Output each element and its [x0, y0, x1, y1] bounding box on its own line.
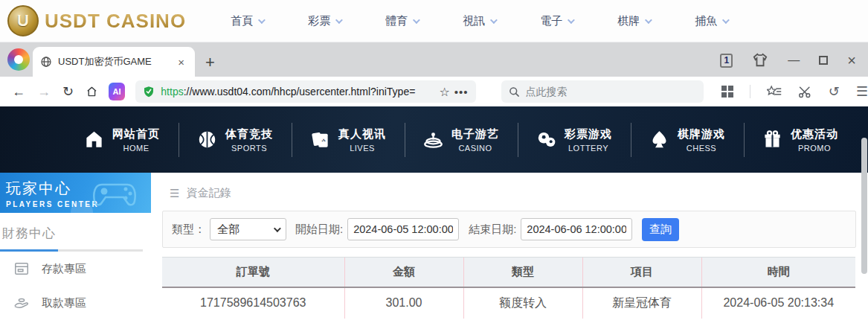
browser-logo-icon[interactable]: [7, 48, 30, 71]
top-nav-label: 捕魚: [695, 14, 717, 28]
top-nav-chess[interactable]: 棋牌: [617, 14, 650, 28]
svg-text:♣: ♣: [321, 136, 327, 144]
screenshot-scissors-icon[interactable]: [798, 86, 812, 98]
cnav-promo[interactable]: 优惠活动PROMO: [744, 127, 857, 153]
cnav-en-label: LOTTERY: [565, 144, 612, 153]
players-center-sidebar: 玩家中心 PLAYERS CENTER 財務中心 存款專區 取款專區 充值記錄: [0, 173, 151, 326]
browser-tab-bar: USDT加密货币GAME × + 1 — ×: [0, 42, 868, 77]
menu-hamburger-icon[interactable]: ☰: [856, 85, 868, 98]
top-nav-label: 體育: [385, 14, 408, 28]
start-date-input[interactable]: [347, 218, 459, 240]
search-icon: [509, 86, 520, 98]
chevron-down-icon: [722, 16, 730, 24]
query-button[interactable]: 查詢: [642, 218, 679, 241]
page-content: 玩家中心 PLAYERS CENTER 財務中心 存款專區 取款專區 充值記錄 …: [0, 173, 868, 326]
header-time: 時間: [701, 258, 855, 287]
sidebar-item-withdraw[interactable]: 取款專區: [0, 286, 151, 320]
minimize-button[interactable]: —: [788, 54, 800, 66]
table-header-row: 訂單號 金額 類型 項目 時間: [162, 258, 855, 287]
url-more-icon[interactable]: •••: [454, 86, 469, 98]
reload-icon[interactable]: ↻: [62, 85, 74, 98]
top-nav-egames[interactable]: 電子: [540, 14, 573, 28]
cnav-sports[interactable]: 体育竞技SPORTS: [179, 127, 292, 153]
chevron-down-icon: [274, 225, 281, 232]
cnav-zh-label: 真人视讯: [338, 127, 386, 141]
undo-icon[interactable]: ↺: [829, 85, 840, 98]
cell-time: 2024-06-05 20:13:34: [701, 287, 855, 319]
tab-count-badge[interactable]: 1: [720, 54, 733, 68]
cnav-zh-label: 体育竞技: [225, 127, 273, 141]
tab-close-icon[interactable]: ×: [175, 56, 187, 68]
coin-logo-icon: U: [7, 5, 39, 36]
cnav-lives[interactable]: ♣ 真人视讯LIVES: [292, 127, 405, 153]
back-icon[interactable]: ←: [12, 85, 25, 98]
ai-assistant-icon[interactable]: AI: [109, 83, 125, 100]
top-nav-home[interactable]: 首頁: [231, 14, 263, 28]
cnav-zh-label: 网站首页: [112, 127, 160, 141]
url-field[interactable]: https://www.usdt04.com/hhcp/usercenter.h…: [135, 80, 475, 103]
home-icon[interactable]: [86, 85, 98, 98]
finance-center-heading: 財務中心: [0, 213, 151, 249]
type-select[interactable]: 全部: [210, 218, 286, 240]
basketball-icon: [197, 130, 217, 150]
gamepad-icon: [91, 179, 141, 208]
house-icon: [84, 130, 104, 150]
url-rest: ://www.usdt04.com/hhcp/usercenter.html?i…: [184, 86, 416, 98]
sidebar-item-deposit[interactable]: 存款專區: [0, 252, 151, 286]
chevron-down-icon: [258, 16, 266, 24]
toolbar-divider: [750, 85, 750, 98]
cnav-zh-label: 电子游艺: [451, 127, 499, 141]
site-logo[interactable]: U USDT CASINO: [7, 5, 186, 36]
top-nav-label: 棋牌: [617, 14, 640, 28]
bookmark-star-icon[interactable]: ☆: [434, 85, 454, 99]
type-select-value: 全部: [217, 223, 239, 237]
top-nav-fishing[interactable]: 捕魚: [695, 14, 727, 28]
start-date-label: 開始日期:: [295, 223, 343, 237]
spade-icon: [649, 130, 669, 150]
cnav-home[interactable]: 网站首页HOME: [65, 127, 179, 153]
chevron-down-icon: [490, 16, 498, 24]
apps-grid-icon[interactable]: [721, 86, 733, 98]
favorites-list-icon[interactable]: [767, 85, 782, 98]
brand-name: USDT CASINO: [45, 10, 186, 33]
lottery-balls-icon: [536, 130, 556, 150]
forward-icon[interactable]: →: [37, 85, 51, 98]
url-scheme: https: [161, 86, 183, 98]
maximize-button[interactable]: [819, 56, 828, 65]
page-title: 資金記錄: [186, 186, 231, 200]
header-item: 項目: [582, 258, 701, 287]
deposit-machine-icon: [13, 261, 30, 277]
tab-title: USDT加密货币GAME: [58, 55, 175, 68]
window-close-button[interactable]: ×: [847, 53, 856, 68]
new-tab-button[interactable]: +: [205, 54, 215, 71]
end-date-input[interactable]: [521, 218, 632, 240]
top-nav-lottery[interactable]: 彩票: [308, 14, 341, 28]
search-box[interactable]: [501, 80, 704, 103]
section-divider: [0, 249, 143, 252]
cnav-chess[interactable]: 棋牌游戏CHESS: [631, 127, 744, 153]
cnav-en-label: HOME: [112, 144, 160, 153]
cnav-en-label: SPORTS: [225, 144, 273, 153]
theme-skin-icon[interactable]: [752, 53, 768, 68]
top-nav-label: 彩票: [308, 14, 330, 28]
list-menu-icon: ☰: [170, 187, 179, 200]
sidebar-item-recharge-history[interactable]: 充值記錄: [0, 320, 151, 326]
browser-tab-active[interactable]: USDT加密货币GAME ×: [33, 47, 195, 77]
page-scrollbar-thumb[interactable]: [861, 138, 867, 274]
secure-shield-icon[interactable]: [143, 85, 155, 98]
chevron-down-icon: [413, 16, 420, 24]
top-nav-video[interactable]: 視訊: [463, 14, 495, 28]
chevron-down-icon: [335, 16, 343, 24]
site-topbar: U USDT CASINO 首頁 彩票 體育 視訊 電子 棋牌 捕魚: [0, 0, 868, 42]
funds-record-table: 訂單號 金額 類型 項目 時間 1717589614503763 301.00 …: [162, 257, 855, 319]
roulette-icon: [423, 130, 443, 150]
site-top-nav: 首頁 彩票 體育 視訊 電子 棋牌 捕魚: [231, 14, 727, 28]
sidebar-item-label: 取款專區: [42, 296, 86, 310]
cnav-casino[interactable]: 电子游艺CASINO: [405, 127, 518, 153]
top-nav-label: 視訊: [463, 14, 485, 28]
top-nav-sports[interactable]: 體育: [385, 14, 418, 28]
cnav-lottery[interactable]: 彩票游戏LOTTERY: [518, 127, 631, 153]
url-text: https://www.usdt04.com/hhcp/usercenter.h…: [161, 86, 434, 98]
top-nav-label: 首頁: [231, 14, 253, 28]
search-input[interactable]: [526, 86, 689, 98]
